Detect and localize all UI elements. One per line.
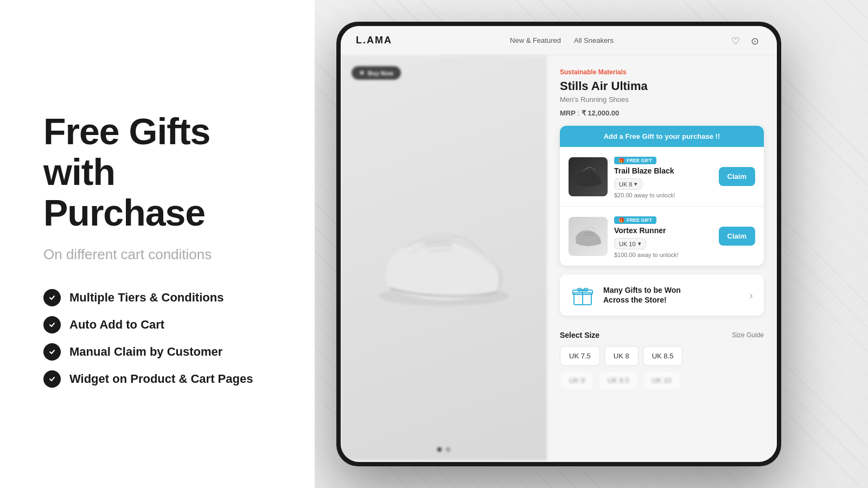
gift-name-1: Trail Blaze Black — [614, 166, 712, 175]
promo-text: Many Gifts to be Won Across the Store! — [603, 285, 741, 305]
product-area: ★ Buy Now — [341, 55, 777, 460]
svg-point-3 — [48, 375, 56, 383]
gift-info-1: 🎁 FREE GIFT Trail Blaze Black UK 8 ▾ $20… — [614, 155, 712, 198]
svg-point-2 — [48, 348, 56, 356]
free-gift-badge-1: 🎁 FREE GIFT — [614, 157, 656, 164]
gift-name-2: Vortex Runner — [614, 226, 712, 235]
size-btn[interactable]: UK 9.5 — [598, 370, 639, 390]
product-name: Stills Air Ultima — [560, 79, 764, 93]
features-list: Multiple Tiers & Conditions Auto Add to … — [43, 289, 282, 388]
check-icon — [43, 289, 61, 306]
product-mrp: MRP : ₹ 12,000.00 — [560, 109, 764, 117]
store-nav: New & Featured All Sneakers — [510, 36, 614, 44]
gift-item-1: 🎁 FREE GIFT Trail Blaze Black UK 8 ▾ $20… — [560, 147, 764, 207]
check-icon — [43, 316, 61, 333]
claim-button-1[interactable]: Claim — [719, 167, 755, 186]
size-label: Select Size — [560, 331, 599, 339]
size-grid-row2: UK 9UK 9.5UK 10 — [560, 370, 764, 390]
feature-text: Multiple Tiers & Conditions — [69, 291, 224, 305]
nav-item-sneakers[interactable]: All Sneakers — [574, 36, 614, 44]
feature-item: Manual Claim by Customer — [43, 343, 282, 361]
feature-text: Auto Add to Cart — [69, 318, 164, 332]
promo-arrow-icon[interactable]: › — [749, 289, 753, 301]
store-icons: ♡ ⊙ — [731, 35, 762, 46]
store-header: L.AMA New & Featured All Sneakers ♡ ⊙ — [341, 26, 777, 55]
gift-icon-2: 🎁 — [618, 217, 624, 223]
size-header: Select Size Size Guide — [560, 331, 764, 339]
gift-widget-header: Add a Free Gift to your purchase !! — [560, 126, 764, 147]
claim-button-2[interactable]: Claim — [719, 227, 755, 246]
tablet-screen: L.AMA New & Featured All Sneakers ♡ ⊙ ★ … — [341, 26, 777, 462]
gift-info-2: 🎁 FREE GIFT Vortex Runner UK 10 ▾ $100.0… — [614, 214, 712, 258]
product-type: Men's Running Shoes — [560, 95, 764, 104]
gift-thumb-2 — [569, 217, 608, 256]
gift-shoe-2-icon — [573, 224, 603, 248]
chevron-down-icon-1: ▾ — [634, 181, 637, 188]
size-grid-row1: UK 7.5UK 8UK 8.5 — [560, 346, 764, 366]
product-image-col: ★ Buy Now — [341, 55, 547, 460]
product-info-col: Sustainable Materials Stills Air Ultima … — [547, 55, 777, 460]
gift-item-2: 🎁 FREE GIFT Vortex Runner UK 10 ▾ $100.0… — [560, 207, 764, 266]
gift-widget: Add a Free Gift to your purchase !! — [560, 126, 764, 266]
chevron-down-icon-2: ▾ — [638, 240, 641, 247]
store-logo: L.AMA — [356, 35, 392, 46]
size-btn[interactable]: UK 9 — [560, 370, 594, 390]
right-panel: L.AMA New & Featured All Sneakers ♡ ⊙ ★ … — [315, 0, 868, 488]
heart-icon[interactable]: ♡ — [731, 35, 742, 46]
product-shoe-image — [368, 204, 520, 312]
feature-item: Widget on Product & Cart Pages — [43, 370, 282, 388]
feature-item: Auto Add to Cart — [43, 316, 282, 333]
check-icon — [43, 370, 61, 388]
size-btn[interactable]: UK 8 — [604, 346, 639, 366]
gift-shoe-1-icon — [573, 165, 603, 189]
feature-item: Multiple Tiers & Conditions — [43, 289, 282, 306]
store-promo-banner[interactable]: Many Gifts to be Won Across the Store! › — [560, 274, 764, 316]
size-section: Select Size Size Guide UK 7.5UK 8UK 8.5 … — [560, 326, 764, 390]
star-icon: ★ — [359, 69, 365, 76]
feature-text: Widget on Product & Cart Pages — [69, 372, 253, 386]
size-guide[interactable]: Size Guide — [732, 331, 764, 339]
gift-thumb-1 — [569, 157, 608, 196]
dot-1[interactable] — [437, 447, 442, 452]
main-heading: Free Gifts with Purchase — [43, 111, 282, 233]
check-icon — [43, 343, 61, 361]
gift-unlock-2: $100.00 away to unlock! — [614, 252, 712, 258]
left-panel: Free Gifts with Purchase On different ca… — [0, 0, 315, 488]
gift-size-select-1[interactable]: UK 8 ▾ — [614, 178, 642, 190]
image-dots — [437, 447, 450, 452]
tablet-mockup: L.AMA New & Featured All Sneakers ♡ ⊙ ★ … — [336, 22, 781, 466]
svg-point-1 — [48, 320, 56, 329]
dot-2[interactable] — [446, 447, 450, 452]
free-gift-badge-2: 🎁 FREE GIFT — [614, 216, 656, 224]
gift-icon-1: 🎁 — [618, 158, 624, 163]
size-btn[interactable]: UK 8.5 — [643, 346, 683, 366]
size-btn[interactable]: UK 7.5 — [560, 346, 600, 366]
buy-now-badge[interactable]: ★ Buy Now — [352, 66, 401, 80]
svg-point-0 — [48, 293, 56, 302]
size-btn[interactable]: UK 10 — [643, 370, 681, 390]
gift-size-select-2[interactable]: UK 10 ▾ — [614, 238, 646, 249]
gift-unlock-1: $20.00 away to unlock! — [614, 192, 712, 198]
gift-box-icon — [571, 283, 595, 307]
nav-item-new[interactable]: New & Featured — [510, 36, 561, 44]
feature-text: Manual Claim by Customer — [69, 345, 222, 359]
cart-icon[interactable]: ⊙ — [751, 35, 762, 46]
product-category: Sustainable Materials — [560, 68, 764, 76]
sub-heading: On different cart conditions — [43, 246, 282, 263]
